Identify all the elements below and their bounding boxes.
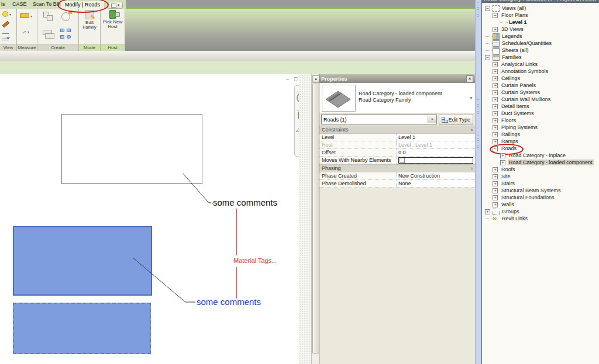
- expand-box-icon[interactable]: +: [493, 195, 498, 200]
- tree-item-label[interactable]: Curtain Wall Mullions: [500, 96, 552, 102]
- measure-ruler-button[interactable]: ▾: [20, 13, 32, 18]
- collapse-chevron-icon[interactable]: «: [469, 167, 474, 169]
- tree-item-label[interactable]: Ramps: [500, 138, 519, 144]
- tree-item-label[interactable]: Railings: [500, 131, 521, 137]
- tree-item-label[interactable]: Legends: [501, 33, 524, 39]
- tree-item-label[interactable]: Structural Foundations: [500, 195, 556, 200]
- tree-item-label[interactable]: Ceilings: [500, 75, 521, 81]
- expand-box-icon[interactable]: +: [493, 27, 498, 32]
- prop-value-phase-demolished[interactable]: None: [397, 180, 475, 187]
- drawing-area[interactable]: some comments Material Tags... some comm…: [0, 74, 319, 364]
- ribbon-tab-scan-to-bim[interactable]: Scan To BIM: [33, 1, 63, 7]
- close-icon[interactable]: ×: [466, 75, 473, 82]
- comment-annotation-top[interactable]: some comments: [213, 197, 277, 207]
- create-assembly-button[interactable]: [42, 27, 55, 40]
- tree-item-ceilings[interactable]: +Ceilings: [482, 75, 599, 82]
- tree-item-legends[interactable]: Legends: [482, 33, 599, 40]
- tree-item-label[interactable]: Roads: [500, 145, 518, 151]
- expand-box-icon[interactable]: +: [493, 97, 498, 102]
- selection-filter-combo[interactable]: Roads (1) ▾: [321, 115, 437, 124]
- tree-item-label[interactable]: Sheets (all): [501, 47, 530, 53]
- tree-item-views-all[interactable]: −Views (all): [482, 5, 599, 12]
- dropdown-icon[interactable]: ▾: [428, 116, 436, 123]
- tree-item-structural-foundations[interactable]: +Structural Foundations: [482, 194, 599, 201]
- collapse-box-icon[interactable]: −: [493, 13, 498, 18]
- prop-value-phase-created[interactable]: New Construction: [397, 172, 475, 179]
- tree-item-label[interactable]: Analytical Links: [500, 61, 539, 67]
- tree-item-label[interactable]: Walls: [500, 202, 515, 207]
- expand-box-icon[interactable]: +: [493, 188, 498, 193]
- collapse-chevron-icon[interactable]: «: [469, 129, 474, 131]
- expand-box-icon[interactable]: +: [493, 174, 498, 179]
- tree-item-label[interactable]: Roofs: [500, 167, 517, 172]
- create-group-button[interactable]: [60, 11, 73, 23]
- tree-item-label[interactable]: Schedules/Quantities: [501, 40, 553, 46]
- tree-item-label[interactable]: Road Category - inplace: [508, 152, 567, 158]
- panel-splitter[interactable]: [475, 0, 481, 364]
- properties-title-bar[interactable]: Properties ×: [319, 75, 475, 83]
- ribbon-tab-modify-roads[interactable]: Modify | Roads: [60, 1, 105, 9]
- edit-type-button[interactable]: Edit Type: [439, 114, 473, 125]
- tree-item-piping-systems[interactable]: +Piping Systems: [482, 124, 599, 131]
- paint-button[interactable]: [2, 23, 9, 26]
- edit-family-button[interactable]: Edit Family: [81, 10, 98, 30]
- minimize-icon[interactable]: –: [284, 76, 291, 82]
- expand-box-icon[interactable]: +: [493, 125, 498, 130]
- expand-box-icon[interactable]: +: [493, 118, 498, 123]
- type-preview-row[interactable]: Road Category - loaded component Road Ca…: [319, 83, 475, 113]
- tree-item-floor-plans[interactable]: −Floor Plans: [482, 12, 599, 19]
- tree-item-duct-systems[interactable]: +Duct Systems: [482, 110, 599, 117]
- prop-value-moves-with-nearby-elements[interactable]: [397, 157, 475, 164]
- expand-box-icon[interactable]: +: [500, 153, 505, 158]
- tree-item-3d-views[interactable]: +3D Views: [482, 26, 599, 33]
- tree-item-road-category-inplace[interactable]: +Road Category - inplace: [482, 152, 599, 159]
- tree-item-sheets-all[interactable]: Sheets (all): [482, 47, 599, 54]
- expand-box-icon[interactable]: +: [493, 167, 498, 172]
- restore-icon[interactable]: □: [292, 76, 299, 82]
- tree-item-label[interactable]: Stairs: [500, 181, 516, 186]
- tree-item-curtain-panels[interactable]: +Curtain Panels: [482, 82, 599, 89]
- copy-to-clipboard-button[interactable]: [60, 27, 73, 40]
- tree-item-road-category-loaded-component[interactable]: +Road Category - loaded component: [482, 159, 599, 166]
- tree-item-label[interactable]: Families: [501, 54, 523, 60]
- expand-box-icon[interactable]: +: [493, 104, 498, 109]
- tree-item-groups[interactable]: +Groups: [482, 208, 599, 215]
- expand-box-icon[interactable]: +: [493, 111, 498, 116]
- tree-item-label[interactable]: Revit Links: [501, 216, 529, 221]
- tree-item-families[interactable]: −Families: [482, 54, 599, 61]
- prop-value-level[interactable]: Level 1: [397, 134, 475, 141]
- measure-angle-button[interactable]: ↔▾: [21, 29, 29, 34]
- tree-item-stairs[interactable]: +Stairs: [482, 180, 599, 187]
- comment-annotation-bottom[interactable]: some comments: [197, 297, 261, 307]
- tree-item-railings[interactable]: +Railings: [482, 131, 599, 138]
- expand-box-icon[interactable]: +: [493, 90, 498, 95]
- section-header-phasing[interactable]: Phasing«: [319, 164, 475, 172]
- tree-item-curtain-wall-mullions[interactable]: +Curtain Wall Mullions: [482, 96, 599, 103]
- expand-box-icon[interactable]: +: [493, 202, 498, 207]
- tree-item-label[interactable]: Detail Items: [500, 103, 531, 109]
- pick-new-host-button[interactable]: Pick New Host: [102, 10, 123, 29]
- tree-item-analytical-links[interactable]: +Analytical Links: [482, 61, 599, 68]
- expand-box-icon[interactable]: +: [493, 62, 498, 67]
- expand-box-icon[interactable]: +: [493, 139, 498, 144]
- tree-item-level-1[interactable]: Level 1: [482, 19, 599, 26]
- tree-item-structural-beam-systems[interactable]: +Structural Beam Systems: [482, 187, 599, 194]
- expand-box-icon[interactable]: +: [493, 132, 498, 137]
- chevron-down-icon[interactable]: ▾: [470, 96, 472, 100]
- view-settings-button[interactable]: [2, 33, 9, 40]
- prop-value-offset[interactable]: 0.0: [397, 149, 475, 156]
- tree-item-label[interactable]: Floor Plans: [500, 12, 529, 18]
- tree-item-roads[interactable]: −Roads: [482, 145, 599, 152]
- tree-item-label[interactable]: Level 1: [508, 19, 528, 25]
- tree-item-label[interactable]: Curtain Panels: [500, 82, 537, 88]
- material-tag-annotation[interactable]: Material Tags...: [233, 257, 277, 264]
- checkbox-unchecked-icon[interactable]: [400, 158, 405, 163]
- checkbox-field[interactable]: [398, 157, 473, 164]
- expand-box-icon[interactable]: +: [493, 69, 498, 74]
- tree-item-walls[interactable]: +Walls: [482, 201, 599, 208]
- collapse-box-icon[interactable]: −: [485, 55, 490, 60]
- tree-item-label[interactable]: Site: [500, 174, 512, 179]
- collapse-box-icon[interactable]: −: [493, 146, 498, 151]
- tree-item-floors[interactable]: +Floors: [482, 117, 599, 124]
- tree-item-label[interactable]: Structural Beam Systems: [500, 188, 562, 193]
